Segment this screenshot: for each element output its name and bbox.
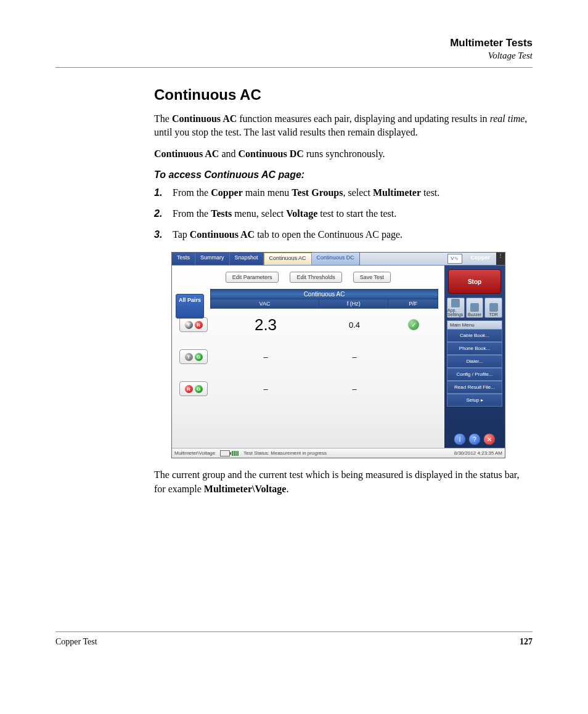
page-number: 127 [520, 637, 533, 647]
val-tg-vac: – [211, 352, 320, 362]
menu-cable-book[interactable]: Cable Book... [447, 329, 502, 342]
row-tg: T G – – [210, 341, 438, 373]
val-tg-fhz: – [320, 352, 389, 362]
tab-continuous-ac[interactable]: Continuous AC [264, 253, 312, 265]
close-button[interactable]: ✕ [483, 433, 496, 445]
edit-thresholds-button[interactable]: Edit Thresholds [290, 272, 341, 283]
device-screenshot: Tests Summary Snapshot Continuous AC Con… [171, 252, 505, 458]
stop-button[interactable]: Stop [448, 269, 501, 294]
tdr-button[interactable]: TDR [484, 298, 502, 318]
side-panel: Stop App. Settings Buzzer TDR Main Menu … [444, 266, 505, 448]
val-rg-fhz: – [320, 384, 389, 394]
all-pairs-button[interactable]: All Pairs [176, 294, 204, 318]
menu-config-profile[interactable]: Config / Profile... [447, 368, 502, 381]
battery-icon [220, 450, 239, 456]
tab-bar: Tests Summary Snapshot Continuous AC Con… [172, 253, 505, 266]
results-table: Continuous AC VAC f (Hz) P/F T R 2.3 [210, 289, 438, 405]
info-button[interactable]: i [454, 433, 466, 445]
intro-p1: The Continuous AC function measures each… [154, 112, 533, 140]
copper-label: Copper [465, 253, 497, 265]
main-panel: Edit Parameters Edit Thresholds Save Tes… [172, 266, 444, 448]
step-3: 3. Tap Continuous AC tab to open the Con… [154, 227, 533, 242]
menu-phone-book[interactable]: Phone Book... [447, 342, 502, 355]
led-t-icon: T [185, 321, 193, 329]
header-rule [55, 67, 533, 68]
val-tr-vac: 2.3 [211, 315, 320, 335]
pair-tr-button[interactable]: T R [179, 317, 208, 332]
col-pf: P/F [388, 299, 438, 309]
tab-summary[interactable]: Summary [195, 253, 230, 265]
status-time: 8/30/2012 4:23:35 AM [454, 450, 502, 456]
status-bar: Multimeter\Voltage Test Status: Measurem… [172, 448, 505, 458]
led-r-icon: R [185, 385, 193, 393]
save-test-button[interactable]: Save Test [353, 272, 391, 283]
buzzer-button[interactable]: Buzzer [466, 298, 484, 318]
val-tr-pf: ✓ [389, 319, 438, 330]
tab-snapshot[interactable]: Snapshot [230, 253, 264, 265]
steps-list: 1. From the Copper main menu Test Groups… [154, 185, 533, 242]
speaker-icon [470, 303, 479, 312]
menu-read-result-file[interactable]: Read Result File... [447, 381, 502, 394]
row-rg: R G – – [210, 373, 438, 405]
step-1: 1. From the Copper main menu Test Groups… [154, 185, 533, 200]
header-subtitle: Voltage Test [154, 51, 533, 61]
edit-parameters-button[interactable]: Edit Parameters [226, 272, 279, 283]
pair-tg-button[interactable]: T G [179, 349, 208, 364]
row-tr: T R 2.3 0.4 ✓ [210, 309, 438, 341]
footer-rule [55, 631, 533, 632]
status-path: Multimeter\Voltage [174, 450, 215, 456]
val-rg-vac: – [211, 384, 320, 394]
pass-icon: ✓ [408, 319, 419, 330]
main-menu-header: Main Menu [447, 320, 502, 329]
pair-rg-button[interactable]: R G [179, 381, 208, 396]
tab-continuous-dc[interactable]: Continuous DC [312, 253, 360, 265]
app-settings-button[interactable]: App. Settings [447, 298, 465, 318]
header-title: Multimeter Tests [154, 37, 533, 49]
val-tr-fhz: 0.4 [320, 320, 389, 330]
table-title: Continuous AC [210, 289, 438, 299]
access-heading: To access Continuous AC page: [154, 169, 533, 181]
footer-left: Copper Test [55, 637, 97, 647]
col-fhz: f (Hz) [319, 299, 388, 309]
post-paragraph: The current group and the current test w… [154, 468, 533, 496]
led-g-icon: G [195, 385, 203, 393]
help-button[interactable]: ? [468, 433, 481, 445]
led-t-icon: T [185, 353, 193, 361]
col-vac: VAC [210, 299, 319, 309]
led-g-icon: G [195, 353, 203, 361]
section-heading: Continuous AC [154, 86, 533, 103]
status-message: Test Status: Measurement in progress [243, 450, 327, 456]
menu-setup[interactable]: Setup ▸ [447, 394, 502, 407]
voltage-icon: V∿ [447, 254, 462, 264]
led-r-icon: R [195, 321, 203, 329]
wave-icon [489, 303, 498, 312]
intro-p2: Continuous AC and Continuous DC runs syn… [154, 147, 533, 161]
step-2: 2. From the Tests menu, select Voltage t… [154, 206, 533, 221]
menu-dialer[interactable]: Dialer... [447, 355, 502, 368]
menu-dots-icon[interactable]: ⋮ [496, 253, 505, 265]
tab-tests[interactable]: Tests [172, 253, 195, 265]
wrench-icon [451, 299, 460, 307]
